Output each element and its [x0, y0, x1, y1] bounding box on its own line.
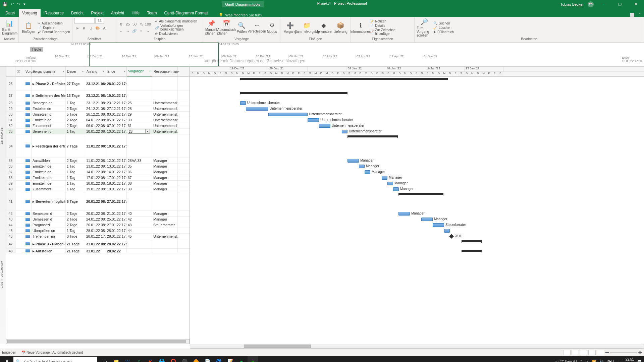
word-icon[interactable]: W [122, 356, 133, 362]
view-gantt-button[interactable] [563, 350, 571, 355]
bold-button[interactable]: F [74, 25, 80, 31]
table-row[interactable]: 38 Ermitteln de1 Tag17.01.22 08:017.01.2… [6, 175, 190, 181]
cell-name[interactable]: Bemessen d [32, 211, 66, 216]
cell-start[interactable]: 18.01.22 08:0 [85, 181, 106, 186]
table-row[interactable]: 29 Erstellen de2 Tage24.12.21 08:027.12.… [6, 106, 190, 112]
col-finish[interactable]: Ende▾ [106, 67, 127, 76]
taskbar-search[interactable]: 🔍 Zur Suche Text hier eingeben [13, 357, 97, 362]
table-row[interactable]: 34 ▸ Festlegen der erforderlichen Materi… [6, 134, 190, 158]
cell-finish[interactable]: 19.01.22 17:0 [106, 186, 127, 192]
cell-start[interactable]: 28.01.22 08:0 [85, 228, 106, 233]
cell-resources[interactable]: Unternehmensb [152, 123, 178, 128]
cell-predecessors[interactable]: 36 [127, 169, 152, 175]
cell-predecessors[interactable]: 43 [127, 222, 152, 228]
cell-resources[interactable] [152, 249, 178, 253]
table-row[interactable]: 46 Treffen der En0 Tage28.01.22 17:028.0… [6, 234, 190, 239]
tab-projekt[interactable]: Projekt [88, 9, 107, 17]
cell-start[interactable]: 11.01.22 08:0 [85, 158, 106, 163]
gantt-task-bar[interactable] [433, 223, 444, 227]
cell-finish[interactable]: 10.01.22 17:0 [106, 129, 127, 134]
cell-duration[interactable]: 2 Tage [66, 222, 85, 228]
cell-name[interactable]: Erstellen de [32, 106, 66, 111]
table-row[interactable]: 48 ▸ Aufstellen21 Tage31.01.2228.02.22 [6, 249, 190, 253]
table-row[interactable]: 30 Umsetzen d5 Tage28.12.21 08:003.01.22… [6, 112, 190, 117]
cell-duration[interactable]: 1 Tag [66, 181, 85, 186]
gantt-summary-bar[interactable] [398, 193, 443, 195]
cell-duration[interactable]: 1 Tag [66, 186, 85, 192]
cell-resources[interactable] [152, 134, 178, 158]
cell-start[interactable]: 23.12.21 08:00 [85, 77, 106, 90]
col-indicators[interactable]: ⓘ [15, 67, 24, 76]
cell-duration[interactable]: 21 Tage [66, 239, 85, 248]
cell-start[interactable]: 24.12.21 08:0 [85, 106, 106, 111]
task-view-icon[interactable]: ▭ [99, 356, 110, 362]
cell-predecessors[interactable] [127, 91, 152, 100]
chrome-icon[interactable]: ⭕ [168, 356, 178, 362]
link-icon[interactable]: 🔗 [131, 28, 138, 34]
cell-resources[interactable]: Manager [152, 158, 178, 163]
cell-name[interactable]: Umsetzen d [32, 112, 66, 117]
cell-resources[interactable] [152, 239, 178, 248]
pct25-icon[interactable]: 25 [125, 21, 131, 27]
cell-resources[interactable]: Manager [152, 181, 178, 186]
cell-start[interactable]: 04.01.22 08:0 [85, 117, 106, 123]
context-tab[interactable]: Gantt-Diagrammtools [222, 1, 264, 7]
cell-start[interactable]: 28.01.22 17:0 [85, 234, 106, 239]
pct50-icon[interactable]: 50 [131, 21, 138, 27]
cell-name[interactable]: ▸ Bewerten möglicher Risiken und Chancen [32, 192, 66, 210]
tab-gantt-format[interactable]: Gantt-Diagramm Format [161, 9, 211, 17]
cell-predecessors[interactable]: 38 [127, 181, 152, 186]
cell-name[interactable]: Prognostizi [32, 222, 66, 228]
cell-duration[interactable]: 0 Tage [66, 234, 85, 239]
cell-finish[interactable]: 19.01.22 17:00 [106, 134, 127, 158]
user-name[interactable]: Tobias Becker [560, 2, 584, 6]
gantt-task-bar[interactable] [342, 130, 347, 133]
cell-start[interactable]: 20.01.22 08:0 [85, 211, 106, 216]
cell-finish[interactable]: 28.02.22 [106, 249, 127, 253]
gantt-summary-bar[interactable] [347, 135, 398, 137]
col-start[interactable]: Anfang▾ [85, 67, 106, 76]
cell-name[interactable]: Zusammenf [32, 186, 66, 192]
ribbon-display-icon[interactable]: ⬜ [630, 13, 635, 17]
cell-finish[interactable]: 14.01.22 17:0 [106, 169, 127, 175]
cell-finish[interactable]: 07.01.22 17:0 [106, 123, 127, 128]
table-row[interactable]: 40 Zusammenf1 Tag19.01.22 08:019.01.22 1… [6, 186, 190, 192]
today-marker[interactable]: Heute [30, 47, 43, 52]
notepad-icon[interactable]: 📝 [225, 356, 235, 362]
tab-bericht[interactable]: Bericht [68, 9, 87, 17]
respect-links-button[interactable]: 🔗 Verknüpfungen berücksichtigen [155, 24, 201, 31]
cell-duration[interactable]: 1 Tag [66, 228, 85, 233]
cell-name[interactable]: Überprüfen un [32, 228, 66, 233]
cell-duration[interactable]: 1 Tag [66, 100, 85, 106]
cell-start[interactable]: 17.01.22 08:0 [85, 175, 106, 180]
gantt-task-bar[interactable] [382, 176, 387, 180]
details-button[interactable]: 📄 Details [370, 24, 412, 27]
cell-predecessors[interactable] [127, 77, 152, 90]
cell-resources[interactable]: Steuerberater [152, 222, 178, 228]
tell-me[interactable]: 💡 Was möchten Sie tun? [219, 13, 262, 17]
table-row[interactable]: 47▸ Phase 3 - Planen der Umsetzung21 Tag… [6, 239, 190, 249]
cell-start[interactable]: 26.01.22 08:0 [85, 222, 106, 228]
notifications-icon[interactable]: 💬 [637, 360, 641, 362]
cell-finish[interactable]: 12.01.22 17:0 [106, 158, 127, 163]
cell-resources[interactable] [152, 192, 178, 210]
cell-finish[interactable]: 05.01.22 17:0 [106, 117, 127, 123]
gantt-task-bar[interactable] [393, 187, 399, 191]
app2-icon[interactable]: 📄 [202, 356, 213, 362]
gantt-task-bar[interactable] [398, 212, 410, 216]
onedrive-icon[interactable]: ☁ [585, 360, 589, 362]
cell-finish[interactable]: 27.01.22 17:00 [106, 192, 127, 210]
table-row[interactable]: 39 Ermitteln de1 Tag18.01.22 08:018.01.2… [6, 181, 190, 186]
cell-duration[interactable]: 1 Tag [66, 169, 85, 175]
cell-duration[interactable]: 13 Tage [66, 91, 85, 100]
tab-ressource[interactable]: Ressource [41, 9, 67, 17]
cell-start[interactable]: 31.01.22 08:00 [85, 239, 106, 248]
cell-finish[interactable]: 17.01.22 17:0 [106, 175, 127, 180]
underline-button[interactable]: U [88, 25, 94, 31]
inspect-button[interactable]: 🔍Prüfen [235, 22, 248, 34]
collapse-ribbon-icon[interactable]: ˅ [639, 13, 641, 17]
cell-resources[interactable]: Unternehmensb [152, 112, 178, 117]
pct0-icon[interactable]: 0 [118, 21, 124, 27]
col-predecessors[interactable]: Vorgänger▾ [127, 67, 152, 76]
tab-team[interactable]: Team [144, 9, 160, 17]
